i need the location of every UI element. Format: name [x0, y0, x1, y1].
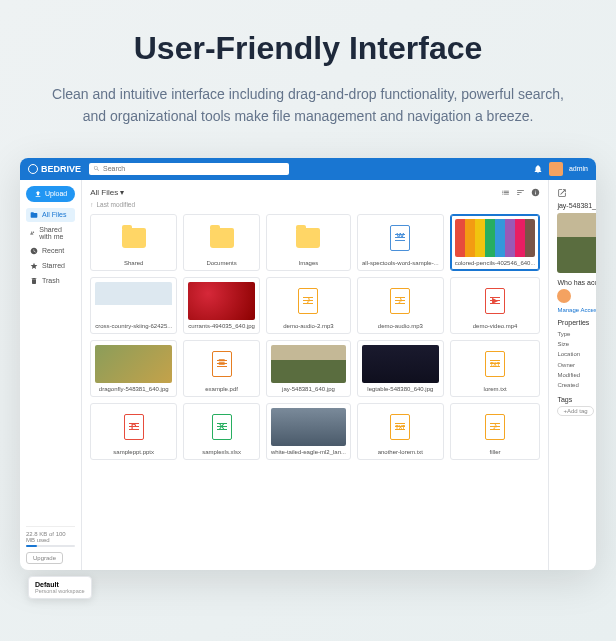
- tile-label: example.pdf: [188, 386, 255, 392]
- file-tile[interactable]: filler: [450, 403, 541, 460]
- detail-preview[interactable]: [557, 213, 596, 273]
- file-tile[interactable]: Images: [266, 214, 351, 271]
- nav-all-files[interactable]: All Files: [26, 208, 75, 222]
- hero-title: User-Friendly Interface: [20, 30, 596, 67]
- topbar: BEDRIVE admin: [20, 158, 596, 180]
- file-tile[interactable]: dragonfly-548381_640.jpg: [90, 340, 177, 397]
- sort-icon[interactable]: [516, 188, 525, 197]
- brand-icon: [28, 164, 38, 174]
- tile-label: jay-548381_640.jpg: [271, 386, 346, 392]
- tile-label: lorem.txt: [455, 386, 536, 392]
- tile-label: demo-audio.mp3: [362, 323, 439, 329]
- trash-icon: [30, 277, 38, 285]
- tile-label: another-lorem.txt: [362, 449, 439, 455]
- file-tile[interactable]: currants-494035_640.jpg: [183, 277, 260, 334]
- workspace-name: Default: [35, 581, 85, 588]
- file-tile[interactable]: legtable-548380_640.jpg: [357, 340, 444, 397]
- file-tile[interactable]: demo-video.mp4: [450, 277, 541, 334]
- clock-icon: [30, 247, 38, 255]
- prop-owner: OwnerDemo admin: [557, 360, 596, 370]
- file-tile[interactable]: jay-548381_640.jpg: [266, 340, 351, 397]
- file-tile[interactable]: demo-audio-2.mp3: [266, 277, 351, 334]
- list-view-icon[interactable]: [501, 188, 510, 197]
- prop-size: Size51 KB: [557, 339, 596, 349]
- breadcrumb[interactable]: All Files▾: [90, 188, 124, 197]
- prop-modified: Modified6/26/2021: [557, 370, 596, 380]
- search-input[interactable]: [103, 165, 285, 172]
- storage-text: 22.8 KB of 100 MB used: [26, 531, 75, 543]
- file-tile[interactable]: example.pdf: [183, 340, 260, 397]
- info-icon[interactable]: [531, 188, 540, 197]
- tile-label: filler: [455, 449, 536, 455]
- file-tile[interactable]: all-spectools-word-sample-...: [357, 214, 444, 271]
- file-tile[interactable]: Shared: [90, 214, 177, 271]
- people-icon: [30, 229, 35, 237]
- file-tile[interactable]: lorem.txt: [450, 340, 541, 397]
- file-tile[interactable]: white-tailed-eagle-ml2_lan...: [266, 403, 351, 460]
- tile-label: demo-audio-2.mp3: [271, 323, 346, 329]
- brand-text: BEDRIVE: [41, 164, 81, 174]
- tile-label: samplexls.xlsx: [188, 449, 255, 455]
- nav-starred[interactable]: Starred: [26, 259, 75, 273]
- file-tile[interactable]: another-lorem.txt: [357, 403, 444, 460]
- detail-panel: jay-548381_640.jpg Who has access Manage…: [548, 180, 596, 570]
- file-grid: SharedDocumentsImagesall-spectools-word-…: [90, 214, 540, 460]
- workspace-switcher[interactable]: Default Personal workspace: [28, 576, 92, 599]
- tile-label: Shared: [95, 260, 172, 266]
- tile-label: Documents: [188, 260, 255, 266]
- tile-label: white-tailed-eagle-ml2_lan...: [271, 449, 346, 455]
- file-tile[interactable]: cross-country-skiing-62425...: [90, 277, 177, 334]
- app-window: BEDRIVE admin Upload All Files Shared wi…: [20, 158, 596, 570]
- prop-created: Created6/26/2021: [557, 380, 596, 390]
- tile-label: sampleppt.pptx: [95, 449, 172, 455]
- sidebar: Upload All Files Shared with me Recent S…: [20, 180, 82, 570]
- upload-label: Upload: [45, 190, 67, 197]
- upload-icon: [34, 190, 42, 198]
- manage-access-link[interactable]: Manage Access: [557, 307, 596, 313]
- access-heading: Who has access: [557, 279, 596, 286]
- upgrade-button[interactable]: Upgrade: [26, 552, 63, 564]
- hero-description: Clean and intuitive interface including …: [48, 83, 568, 128]
- user-avatar[interactable]: [549, 162, 563, 176]
- brand[interactable]: BEDRIVE: [28, 164, 81, 174]
- add-tag-button[interactable]: +Add tag: [557, 406, 593, 416]
- tile-label: colored-pencils-402546_640...: [455, 260, 536, 266]
- tile-label: legtable-548380_640.jpg: [362, 386, 439, 392]
- file-tile[interactable]: Documents: [183, 214, 260, 271]
- search-box[interactable]: [89, 163, 289, 175]
- file-tile[interactable]: sampleppt.pptx: [90, 403, 177, 460]
- storage-meter: 22.8 KB of 100 MB used Upgrade: [26, 526, 75, 564]
- detail-filename: jay-548381_640.jpg: [557, 202, 596, 209]
- tags-heading: Tags: [557, 396, 596, 403]
- prop-type: Typeimage: [557, 329, 596, 339]
- tile-label: demo-video.mp4: [455, 323, 536, 329]
- upload-button[interactable]: Upload: [26, 186, 75, 202]
- nav-trash[interactable]: Trash: [26, 274, 75, 288]
- workspace-subtitle: Personal workspace: [35, 588, 85, 594]
- access-avatar[interactable]: [557, 289, 571, 303]
- search-icon: [93, 165, 100, 172]
- chevron-down-icon: ▾: [120, 188, 124, 197]
- notification-icon[interactable]: [533, 164, 543, 174]
- expand-icon[interactable]: [557, 188, 567, 198]
- tile-label: all-spectools-word-sample-...: [362, 260, 439, 266]
- tile-label: Images: [271, 260, 346, 266]
- user-name[interactable]: admin: [569, 165, 588, 172]
- tile-label: currants-494035_640.jpg: [188, 323, 255, 329]
- prop-location: Location📁 Root: [557, 349, 596, 360]
- nav-shared[interactable]: Shared with me: [26, 223, 75, 243]
- tile-label: dragonfly-548381_640.jpg: [95, 386, 172, 392]
- folder-icon: [30, 211, 38, 219]
- file-tile[interactable]: demo-audio.mp3: [357, 277, 444, 334]
- tile-label: cross-country-skiing-62425...: [95, 323, 172, 329]
- files-area: All Files▾ ↑ Last modified SharedDocumen…: [82, 180, 548, 570]
- file-tile[interactable]: colored-pencils-402546_640...: [450, 214, 541, 271]
- star-icon: [30, 262, 38, 270]
- sort-label[interactable]: ↑ Last modified: [90, 201, 540, 208]
- file-tile[interactable]: samplexls.xlsx: [183, 403, 260, 460]
- properties-heading: Properties: [557, 319, 596, 326]
- nav-recent[interactable]: Recent: [26, 244, 75, 258]
